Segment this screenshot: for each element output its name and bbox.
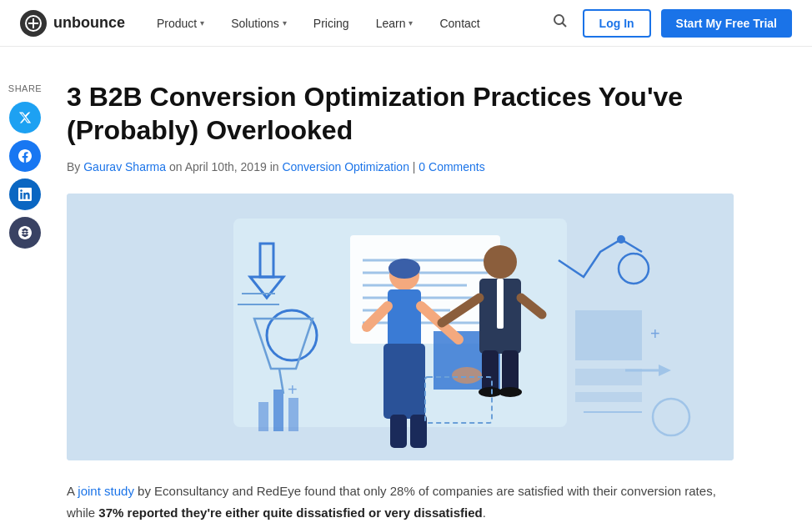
login-button[interactable]: Log In xyxy=(583,9,651,38)
body-bold: 37% reported they're either quite dissat… xyxy=(98,505,482,520)
article-date: April 10th, 2019 xyxy=(185,160,267,173)
share-label: Share xyxy=(8,83,42,93)
svg-rect-44 xyxy=(273,390,283,431)
svg-rect-17 xyxy=(575,392,642,402)
main-nav: unbounce Product ▾ Solutions ▾ Pricing L… xyxy=(0,0,812,47)
svg-rect-31 xyxy=(390,415,407,448)
svg-rect-28 xyxy=(383,344,425,419)
article-title: 3 B2B Conversion Optimization Practices … xyxy=(67,80,734,147)
svg-rect-38 xyxy=(482,350,499,392)
facebook-share-button[interactable] xyxy=(9,140,41,172)
share-sidebar: Share xyxy=(0,80,50,523)
nav-product[interactable]: Product ▾ xyxy=(145,10,216,37)
svg-point-26 xyxy=(388,259,420,279)
svg-rect-45 xyxy=(288,398,298,431)
date-prefix: on xyxy=(169,160,185,173)
author-link[interactable]: Gaurav Sharma xyxy=(83,160,166,173)
nav-contact[interactable]: Contact xyxy=(428,10,491,37)
svg-text:+: + xyxy=(288,380,298,399)
svg-rect-15 xyxy=(575,310,642,360)
nav-left: unbounce Product ▾ Solutions ▾ Pricing L… xyxy=(20,10,492,37)
page-layout: Share 3 B2B Conversion Optimization Prac… xyxy=(0,47,812,523)
hero-image: + + xyxy=(67,194,734,460)
article-meta: By Gaurav Sharma on April 10th, 2019 in … xyxy=(67,160,734,173)
nav-right: Log In Start My Free Trial xyxy=(548,8,792,38)
by-label: By xyxy=(67,160,80,173)
svg-text:+: + xyxy=(650,324,660,343)
svg-point-24 xyxy=(617,235,625,244)
chevron-down-icon: ▾ xyxy=(283,18,287,28)
svg-rect-43 xyxy=(258,402,268,431)
svg-point-41 xyxy=(499,387,522,397)
body-end: . xyxy=(483,505,486,520)
nav-solutions[interactable]: Solutions ▾ xyxy=(219,10,298,37)
logo-icon xyxy=(20,10,47,37)
buffer-share-button[interactable] xyxy=(9,217,41,249)
comments-link[interactable]: 0 Comments xyxy=(419,160,484,173)
body-start: A xyxy=(67,484,78,498)
svg-point-3 xyxy=(554,15,564,24)
svg-line-4 xyxy=(562,23,566,28)
nav-learn[interactable]: Learn ▾ xyxy=(364,10,425,37)
svg-rect-39 xyxy=(502,350,519,392)
svg-point-42 xyxy=(452,367,482,384)
joint-study-link[interactable]: joint study xyxy=(78,484,134,498)
svg-point-40 xyxy=(479,387,502,397)
nav-pricing[interactable]: Pricing xyxy=(302,10,361,37)
logo-text: unbounce xyxy=(53,14,125,32)
twitter-share-button[interactable] xyxy=(9,102,41,133)
nav-links: Product ▾ Solutions ▾ Pricing Learn ▾ Co… xyxy=(145,10,492,37)
in-label: in xyxy=(270,160,283,173)
svg-point-33 xyxy=(484,245,517,279)
main-content: 3 B2B Conversion Optimization Practices … xyxy=(50,80,734,523)
search-button[interactable] xyxy=(548,8,573,38)
chevron-down-icon: ▾ xyxy=(200,18,204,28)
logo-link[interactable]: unbounce xyxy=(20,10,125,37)
article-body: A joint study by Econsultancy and RedEye… xyxy=(67,480,734,523)
svg-rect-35 xyxy=(497,279,504,329)
linkedin-share-button[interactable] xyxy=(9,179,41,210)
article-paragraph: A joint study by Econsultancy and RedEye… xyxy=(67,480,734,523)
chevron-down-icon: ▾ xyxy=(409,18,413,28)
category-link[interactable]: Conversion Optimization xyxy=(282,160,409,173)
trial-button[interactable]: Start My Free Trial xyxy=(661,9,792,38)
